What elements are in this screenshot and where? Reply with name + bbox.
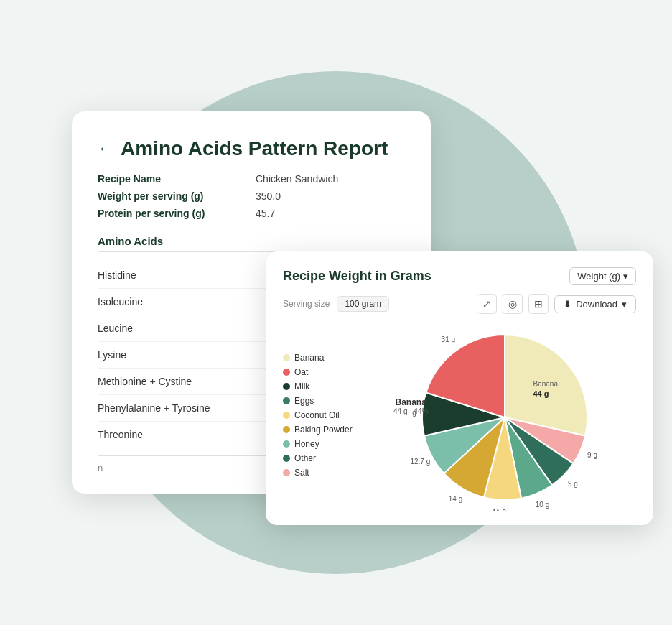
chart-card: Recipe Weight in Grams Weight (g) ▾ Serv… bbox=[266, 251, 653, 525]
meta-table: Recipe Name Chicken Sandwich Weight per … bbox=[98, 173, 405, 219]
legend-dot bbox=[283, 397, 290, 404]
legend-item: Milk bbox=[283, 381, 362, 392]
download-button[interactable]: ⬇ Download ▾ bbox=[554, 295, 636, 313]
weight-btn-label: Weight (g) bbox=[577, 271, 620, 282]
legend-label: Baking Powder bbox=[294, 425, 353, 435]
legend-dot bbox=[283, 426, 290, 433]
legend-item: Banana bbox=[283, 353, 362, 363]
legend-label: Coconut Oil bbox=[294, 410, 340, 420]
legend-label: Honey bbox=[294, 439, 319, 449]
banana-value: 44 g bbox=[533, 389, 549, 398]
legend-item: Baking Powder bbox=[283, 425, 362, 435]
donut-icon-button[interactable]: ◎ bbox=[503, 294, 523, 314]
weight-button[interactable]: Weight (g) ▾ bbox=[569, 267, 636, 285]
download-label: Download bbox=[576, 299, 617, 310]
pie-slice-label: 9 g bbox=[587, 451, 597, 459]
meta-row-1: Weight per serving (g) 350.0 bbox=[98, 190, 405, 202]
meta-label-1: Weight per serving (g) bbox=[98, 190, 227, 202]
pie-slice-label: 10 g bbox=[536, 501, 549, 509]
meta-row-2: Protein per serving (g) 45.7 bbox=[98, 208, 405, 219]
back-row: ← Amino Acids Pattern Report bbox=[98, 137, 405, 160]
pie-container: Banana44 g9 g9 g10 g11.2 g14 g12.7 g13 g… bbox=[373, 324, 636, 511]
meta-value-2: 45.7 bbox=[256, 208, 275, 219]
legend-item: Other bbox=[283, 453, 362, 463]
pie-slice-label: 9 g bbox=[568, 480, 578, 488]
legend-item: Honey bbox=[283, 439, 362, 449]
table-icon: ⊞ bbox=[534, 298, 543, 310]
meta-label-2: Protein per serving (g) bbox=[98, 208, 227, 219]
legend-label: Milk bbox=[294, 381, 309, 392]
legend-label: Banana bbox=[294, 353, 324, 363]
legend-label: Eggs bbox=[294, 396, 314, 406]
chart-controls: Serving size 100 gram ⤢ ◎ ⊞ ⬇ Download ▾ bbox=[283, 294, 636, 314]
meta-value-0: Chicken Sandwich bbox=[256, 173, 338, 185]
pie-slice-label: 31 g bbox=[442, 335, 455, 343]
chart-body: BananaOatMilkEggsCoconut OilBaking Powde… bbox=[283, 324, 636, 511]
download-chevron-icon: ▾ bbox=[622, 299, 627, 310]
pie-slice-label: 12.7 g bbox=[411, 458, 430, 466]
pie-chart: Banana44 g9 g9 g10 g11.2 g14 g12.7 g13 g… bbox=[411, 324, 598, 511]
legend-dot bbox=[283, 440, 290, 448]
legend-dot bbox=[283, 369, 290, 376]
pie-slice-label: 14 g bbox=[449, 495, 462, 503]
back-arrow[interactable]: ← bbox=[98, 139, 113, 158]
expand-icon: ⤢ bbox=[482, 298, 491, 310]
legend-label: Other bbox=[294, 453, 316, 463]
bottom-label: n bbox=[98, 463, 103, 473]
legend-label: Oat bbox=[294, 367, 308, 377]
download-icon: ⬇ bbox=[564, 299, 571, 310]
serving-value: 100 gram bbox=[337, 296, 389, 312]
legend-dot bbox=[283, 455, 290, 462]
meta-row-0: Recipe Name Chicken Sandwich bbox=[98, 173, 405, 185]
donut-icon: ◎ bbox=[508, 298, 517, 310]
legend-item: Oat bbox=[283, 367, 362, 377]
legend-dot bbox=[283, 354, 290, 361]
legend-label: Salt bbox=[294, 468, 309, 478]
serving-label: Serving size bbox=[283, 299, 330, 309]
pie-slice-label: 13 g bbox=[411, 409, 416, 417]
legend-item: Coconut Oil bbox=[283, 410, 362, 420]
report-title: Amino Acids Pattern Report bbox=[121, 137, 388, 160]
legend: BananaOatMilkEggsCoconut OilBaking Powde… bbox=[283, 353, 362, 482]
meta-value-1: 350.0 bbox=[256, 190, 281, 202]
legend-dot bbox=[283, 469, 290, 476]
section-header: Amino Acids bbox=[98, 235, 405, 252]
legend-item: Salt bbox=[283, 468, 362, 478]
pie-slice-label: 11.2 g bbox=[493, 509, 513, 511]
table-icon-button[interactable]: ⊞ bbox=[528, 294, 549, 314]
meta-label-0: Recipe Name bbox=[98, 173, 227, 185]
chart-title: Recipe Weight in Grams bbox=[283, 269, 431, 284]
legend-dot bbox=[283, 383, 290, 390]
chevron-down-icon: ▾ bbox=[623, 271, 628, 282]
expand-icon-button[interactable]: ⤢ bbox=[477, 294, 497, 314]
chart-header: Recipe Weight in Grams Weight (g) ▾ bbox=[283, 267, 636, 285]
legend-dot bbox=[283, 412, 290, 419]
banana-label: Banana bbox=[533, 380, 558, 388]
legend-item: Eggs bbox=[283, 396, 362, 406]
